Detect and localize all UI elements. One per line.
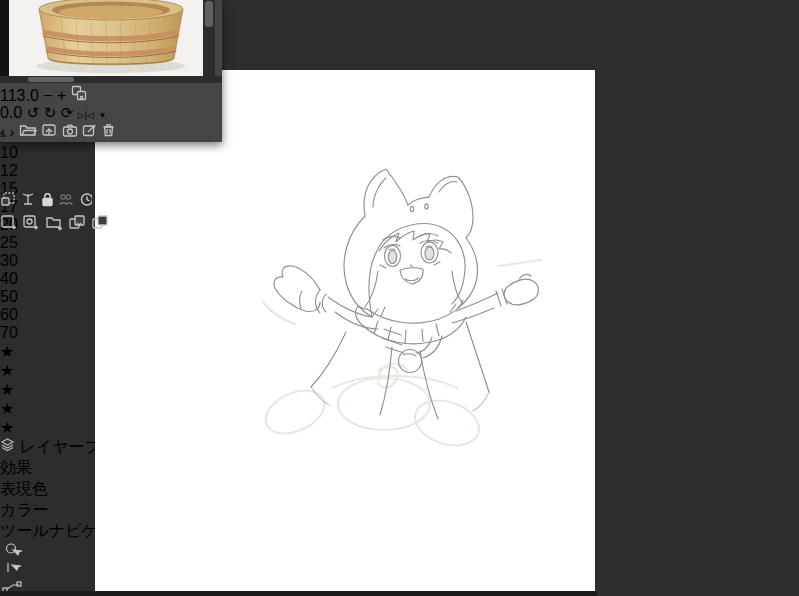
- previous-image-icon[interactable]: ‹: [0, 123, 5, 140]
- canvas-bottom-bar: [0, 591, 597, 596]
- edit-color-icon[interactable]: [82, 123, 97, 140]
- clip-studio-workspace: 113.0 − + 0.0 ↺ ↻ ⟳ ▷|◁: [0, 0, 799, 596]
- flip-horizontal-icon[interactable]: ▷|◁: [78, 110, 94, 120]
- rotate-right-icon[interactable]: ↻: [44, 104, 57, 121]
- new-vector-layer-icon[interactable]: [22, 217, 40, 234]
- effect-label: 効果: [0, 459, 32, 476]
- duplicate-layer-icon[interactable]: [91, 217, 109, 234]
- expression-color-label: 表現色: [0, 480, 48, 497]
- brush-size-label: 10: [0, 144, 18, 161]
- layer-toolbar-2: [0, 214, 116, 238]
- zoom-out-button[interactable]: −: [43, 87, 52, 104]
- reference-layer-icon-dim[interactable]: [58, 193, 73, 210]
- open-folder-icon[interactable]: [19, 123, 37, 140]
- brush-size-label: 30: [0, 252, 18, 269]
- trash-icon[interactable]: [102, 123, 115, 140]
- reset-rotation-icon[interactable]: ⟳: [61, 104, 74, 121]
- next-image-icon[interactable]: ›: [9, 123, 14, 140]
- new-raster-layer-icon[interactable]: [0, 217, 18, 234]
- subview-vertical-scrollbar[interactable]: [203, 0, 215, 76]
- transfer-layer-icon[interactable]: [68, 217, 86, 234]
- lock-icon[interactable]: [41, 193, 54, 210]
- new-folder-icon[interactable]: [45, 217, 64, 234]
- zoom-in-button[interactable]: +: [57, 87, 66, 104]
- brush-size-label: 50: [0, 288, 18, 305]
- expression-color-value: カラー: [0, 501, 49, 518]
- subview-switch-icon[interactable]: [71, 87, 87, 104]
- rotate-left-icon[interactable]: ↺: [27, 104, 40, 121]
- layer-property-icon: [0, 438, 15, 455]
- brush-size-label: 60: [0, 306, 18, 323]
- bucket-photo: [9, 0, 203, 76]
- drawing-canvas[interactable]: [95, 70, 595, 591]
- clip-to-layer-icon[interactable]: [0, 193, 16, 210]
- character-sketch: [95, 70, 595, 591]
- import-image-icon[interactable]: [41, 123, 57, 140]
- brush-size-label: 12: [0, 162, 18, 179]
- subview-reference-image[interactable]: [9, 0, 203, 76]
- subview-pan-gutter: [0, 0, 9, 76]
- subview-controls: 113.0 − + 0.0 ↺ ↻ ⟳ ▷|◁: [0, 83, 222, 142]
- camera-icon[interactable]: [62, 123, 78, 140]
- subview-panel: 113.0 − + 0.0 ↺ ↻ ⟳ ▷|◁: [0, 0, 222, 142]
- ruler-icon[interactable]: [20, 193, 36, 210]
- partial-toolbar-icon[interactable]: [78, 193, 92, 210]
- zoom-value: 113.0: [0, 87, 39, 104]
- layer-toolbar-1: [0, 191, 116, 213]
- brush-size-label: 70: [0, 324, 18, 341]
- brush-size-label: 40: [0, 270, 18, 287]
- subview-horizontal-scrollbar[interactable]: [0, 76, 222, 83]
- rotation-value: 0.0: [0, 104, 22, 121]
